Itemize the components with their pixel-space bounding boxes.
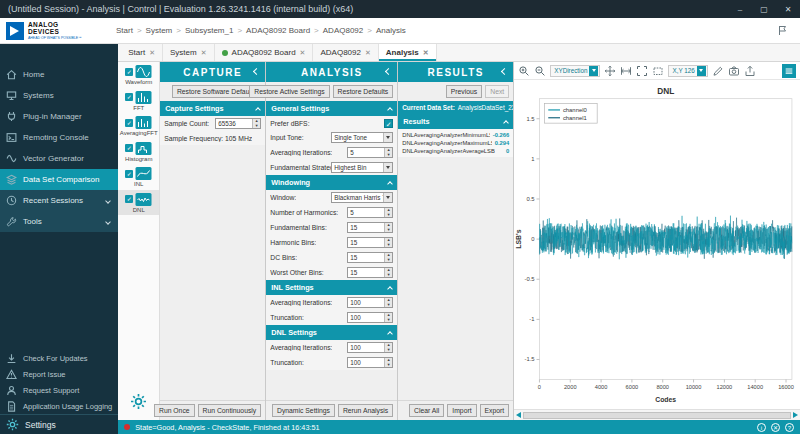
checkbox-checked-icon[interactable]: ✓ bbox=[125, 170, 133, 178]
collapse-left-icon[interactable] bbox=[385, 68, 392, 75]
sidebar-item-vector-generator[interactable]: Vector Generator bbox=[0, 148, 118, 169]
tab-adaq8092[interactable]: ADAQ8092✕ bbox=[313, 44, 378, 61]
box-zoom-icon[interactable] bbox=[652, 65, 664, 77]
camera-icon[interactable] bbox=[728, 65, 740, 77]
breadcrumb-item-subsystem-1[interactable]: Subsystem_1 bbox=[185, 26, 233, 35]
info-icon[interactable]: i bbox=[757, 423, 766, 432]
export-icon[interactable] bbox=[744, 65, 756, 77]
spinner-fundamental-bins[interactable]: 15▴▾ bbox=[347, 222, 393, 233]
chart-menu-button[interactable] bbox=[782, 64, 796, 78]
fit-width-icon[interactable] bbox=[620, 65, 632, 77]
tab-close-icon[interactable]: ✕ bbox=[149, 49, 155, 57]
sidebar-item-application-usage-logging[interactable]: Application Usage Logging bbox=[0, 398, 118, 414]
breadcrumb-item-analysis[interactable]: Analysis bbox=[376, 26, 406, 35]
dnl-chart[interactable]: 1.510.50-0.5-1-1.50200040006000800010000… bbox=[514, 80, 800, 409]
sidebar-item-home[interactable]: Home bbox=[0, 64, 118, 85]
spin-down-icon[interactable]: ▾ bbox=[385, 228, 392, 233]
scrollbar-thumb[interactable] bbox=[523, 412, 791, 419]
tab-close-icon[interactable]: ✕ bbox=[201, 49, 207, 57]
breadcrumb-item-adaq8092-board[interactable]: ADAQ8092 Board bbox=[246, 26, 310, 35]
error-icon[interactable]: ✕ bbox=[771, 423, 780, 432]
xy-direction-dropdown[interactable]: XYDirection bbox=[550, 65, 600, 77]
scroll-right-icon[interactable] bbox=[793, 412, 798, 418]
spin-down-icon[interactable]: ▾ bbox=[385, 318, 392, 323]
sidebar-item-plug-in-manager[interactable]: Plug-in Manager bbox=[0, 106, 118, 127]
previous-button[interactable]: Previous bbox=[446, 85, 482, 98]
view-item-histogram[interactable]: ✓Histogram bbox=[118, 139, 159, 165]
spin-down-icon[interactable]: ▾ bbox=[385, 258, 392, 263]
spinner-averaging-iterations[interactable]: 5▴▾ bbox=[347, 147, 393, 158]
next-button[interactable]: Next bbox=[485, 85, 509, 98]
breadcrumb-item-system[interactable]: System bbox=[146, 26, 173, 35]
tab-start[interactable]: Start✕ bbox=[121, 44, 163, 61]
sidebar-item-recent-sessions[interactable]: Recent Sessions bbox=[0, 190, 118, 211]
pan-icon[interactable] bbox=[604, 65, 616, 77]
rerun-analysis-button[interactable]: Rerun Analysis bbox=[338, 404, 393, 417]
spin-down-icon[interactable]: ▾ bbox=[385, 273, 392, 278]
help-icon[interactable]: ? bbox=[785, 423, 794, 432]
import-button[interactable]: Import bbox=[447, 404, 476, 417]
spin-down-icon[interactable]: ▾ bbox=[385, 363, 392, 368]
sidebar-item-request-support[interactable]: Request Support bbox=[0, 382, 118, 398]
checkbox-checked-icon[interactable]: ✓ bbox=[125, 119, 133, 127]
spinner-worst-other-bins[interactable]: 15▴▾ bbox=[347, 267, 393, 278]
select-input-tone[interactable]: Single Tone bbox=[331, 132, 393, 143]
dynamic-settings-button[interactable]: Dynamic Settings bbox=[272, 404, 335, 417]
spinner-number-of-harmonics[interactable]: 5▴▾ bbox=[347, 207, 393, 218]
spin-down-icon[interactable]: ▾ bbox=[385, 153, 392, 158]
breadcrumb-item-start[interactable]: Start bbox=[116, 26, 133, 35]
sidebar-item-systems[interactable]: Systems bbox=[0, 85, 118, 106]
expand-icon[interactable] bbox=[636, 65, 648, 77]
result-row[interactable]: DNLAveragingAnalyzerMaximumLSB0.294 bbox=[398, 139, 513, 147]
view-item-inl[interactable]: ✓INL bbox=[118, 164, 159, 190]
tab-adaq8092-board[interactable]: ADAQ8092 Board✕ bbox=[215, 44, 314, 61]
sidebar-item-remoting-console[interactable]: Remoting Console bbox=[0, 127, 118, 148]
view-item-waveform[interactable]: ✓Waveform bbox=[118, 62, 159, 88]
axis-scale-dropdown[interactable]: X,Y 126 bbox=[668, 65, 707, 77]
run-continuously-button[interactable]: Run Continuously bbox=[198, 404, 262, 417]
tab-close-icon[interactable]: ✕ bbox=[300, 49, 306, 57]
select-window[interactable]: Blackman Harris 7 bbox=[331, 192, 393, 203]
scroll-left-icon[interactable] bbox=[516, 412, 521, 418]
checkbox-prefer-dbfs[interactable]: ✓ bbox=[384, 119, 393, 128]
section-header-windowing[interactable]: Windowing bbox=[266, 175, 397, 190]
edit-icon[interactable] bbox=[712, 65, 724, 77]
sidebar-item-report-issue[interactable]: Report Issue bbox=[0, 366, 118, 382]
checkbox-checked-icon[interactable]: ✓ bbox=[125, 68, 133, 76]
clear-all-button[interactable]: Clear All bbox=[409, 404, 444, 417]
sidebar-item-check-for-updates[interactable]: Check For Updates bbox=[0, 350, 118, 366]
collapse-left-icon[interactable] bbox=[501, 68, 508, 75]
checkbox-checked-icon[interactable]: ✓ bbox=[125, 144, 133, 152]
capture-settings-header[interactable]: Capture Settings bbox=[160, 101, 265, 116]
chart-horizontal-scrollbar[interactable] bbox=[514, 409, 800, 420]
spinner-sample-count[interactable]: 65536▴▾ bbox=[215, 118, 261, 129]
spinner-truncation[interactable]: 100▴▾ bbox=[347, 357, 393, 368]
tab-system[interactable]: System✕ bbox=[163, 44, 215, 61]
spinner-averaging-iterations[interactable]: 100▴▾ bbox=[347, 342, 393, 353]
flag-icon[interactable] bbox=[777, 25, 788, 36]
export-button[interactable]: Export bbox=[480, 404, 510, 417]
spin-down-icon[interactable]: ▾ bbox=[385, 243, 392, 248]
results-section-header[interactable]: Results bbox=[398, 114, 513, 129]
view-item-fft[interactable]: ✓FFT bbox=[118, 88, 159, 114]
view-item-averagingfft[interactable]: ✓AveragingFFT bbox=[118, 113, 159, 139]
checkbox-checked-icon[interactable]: ✓ bbox=[125, 93, 133, 101]
view-item-dnl[interactable]: ✓DNL bbox=[118, 190, 159, 216]
minimize-button[interactable]: – bbox=[728, 0, 752, 18]
spinner-truncation[interactable]: 100▴▾ bbox=[347, 312, 393, 323]
sidebar-item-data-set-comparison[interactable]: Data Set Comparison bbox=[0, 169, 118, 190]
restore-active-settings-button[interactable]: Restore Active Settings bbox=[249, 85, 329, 98]
restore-software-defaults-button[interactable]: Restore Software Defaults bbox=[172, 85, 261, 98]
spin-down-icon[interactable]: ▾ bbox=[253, 124, 260, 129]
section-header-inl-settings[interactable]: INL Settings bbox=[266, 280, 397, 295]
result-row[interactable]: DNLAveragingAnalyzerMinimumLSB-0.266 bbox=[398, 131, 513, 139]
collapse-left-icon[interactable] bbox=[253, 68, 260, 75]
maximize-button[interactable]: ▢ bbox=[752, 0, 776, 18]
restore-defaults-button[interactable]: Restore Defaults bbox=[333, 85, 394, 98]
tab-close-icon[interactable]: ✕ bbox=[423, 49, 429, 57]
breadcrumb-item-adaq8092[interactable]: ADAQ8092 bbox=[323, 26, 363, 35]
tab-analysis[interactable]: Analysis✕ bbox=[379, 44, 437, 61]
zoom-in-icon[interactable] bbox=[518, 65, 530, 77]
select-fundamental-strategy[interactable]: Highest Bin bbox=[331, 162, 393, 173]
spinner-harmonic-bins[interactable]: 15▴▾ bbox=[347, 237, 393, 248]
